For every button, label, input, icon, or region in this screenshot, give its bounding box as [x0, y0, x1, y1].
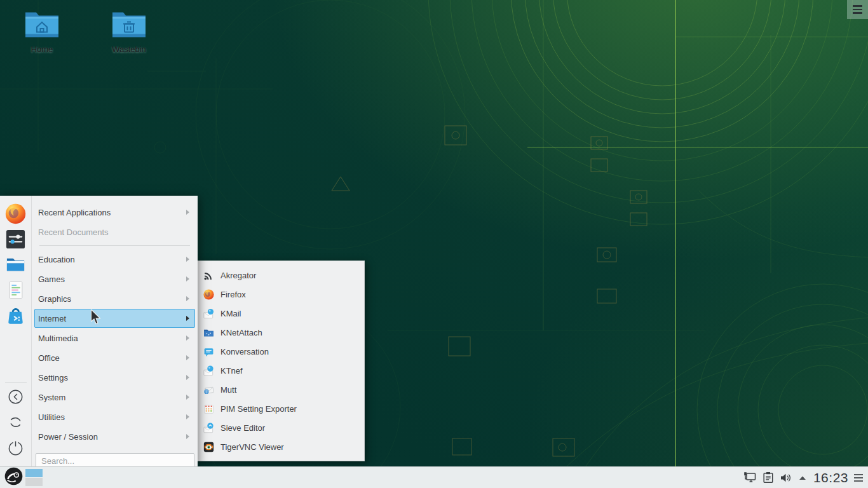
- menu-separator: [39, 245, 190, 246]
- clipboard-icon[interactable]: [763, 471, 774, 484]
- expand-tray-icon[interactable]: [798, 475, 807, 481]
- menu-category-label: Power / Session: [38, 432, 186, 442]
- application-launcher-menu: Recent Applications Recent Documents Edu…: [0, 196, 198, 466]
- submenu-item-pim-setting-exporter[interactable]: PIM Setting Exporter: [196, 399, 364, 418]
- leave-button[interactable]: [7, 389, 25, 407]
- submenu-item-label: Konversation: [220, 347, 269, 356]
- submenu-item-label: Akregator: [220, 271, 256, 280]
- submenu-arrow-icon: [186, 294, 190, 304]
- menu-category-system[interactable]: System: [34, 388, 195, 407]
- launcher-sidebar: [0, 196, 32, 466]
- submenu-item-konversation[interactable]: Konversation: [196, 342, 364, 361]
- favorite-discover-button[interactable]: [5, 306, 27, 327]
- menu-item-label: Recent Applications: [38, 208, 186, 217]
- desktop-icon-label: Wastebin: [101, 44, 157, 54]
- favorite-system-settings-button[interactable]: [5, 229, 27, 251]
- menu-category-label: System: [38, 393, 186, 402]
- menu-category-label: Games: [38, 274, 186, 284]
- submenu-arrow-icon: [186, 314, 190, 323]
- menu-category-label: Office: [38, 353, 186, 363]
- submenu-arrow-icon: [186, 255, 190, 264]
- favorite-file-manager-button[interactable]: [5, 255, 27, 276]
- mouse-cursor: [90, 309, 102, 329]
- kmail-icon: [203, 308, 214, 319]
- document-icon: [6, 280, 26, 303]
- submenu-item-akregator[interactable]: Akregator: [196, 266, 364, 285]
- menu-item-recent-applications[interactable]: Recent Applications: [34, 203, 195, 222]
- system-settings-icon: [5, 229, 26, 252]
- submenu-item-firefox[interactable]: Firefox: [196, 285, 364, 304]
- clock[interactable]: 16:23: [813, 470, 848, 485]
- menu-category-label: Settings: [38, 373, 186, 383]
- desktop-icon-home[interactable]: Home: [14, 9, 70, 54]
- restart-button[interactable]: [7, 414, 25, 432]
- submenu-item-label: Sieve Editor: [220, 423, 265, 433]
- menu-item-label: Recent Documents: [38, 227, 190, 237]
- sidebar-separator: [5, 382, 27, 383]
- system-tray: [743, 471, 807, 484]
- pager-desktop-2[interactable]: [25, 478, 43, 486]
- virtual-desktop-pager[interactable]: [25, 469, 43, 486]
- favorite-text-editor-button[interactable]: [5, 280, 27, 302]
- panel-menu-icon[interactable]: [854, 474, 863, 482]
- taskbar: 16:23: [0, 466, 868, 488]
- submenu-item-label: KNetAttach: [220, 328, 262, 337]
- submenu-item-label: KMail: [220, 309, 241, 318]
- desktop-icon-wastebin[interactable]: Wastebin: [101, 9, 157, 54]
- submenu-arrow-icon: [186, 393, 190, 402]
- mutt-icon: [203, 384, 214, 395]
- chat-bubble-icon: [203, 346, 214, 357]
- network-folder-icon: [203, 327, 214, 338]
- menu-category-label: Internet: [38, 314, 186, 323]
- desktop-toolbox-button[interactable]: [847, 0, 868, 19]
- tigervnc-icon: [203, 442, 214, 452]
- submenu-arrow-icon: [186, 274, 190, 284]
- menu-category-power-session[interactable]: Power / Session: [34, 427, 195, 446]
- menu-category-label: Utilities: [38, 412, 186, 422]
- submenu-item-label: Mutt: [220, 385, 236, 395]
- submenu-item-label: TigerVNC Viewer: [220, 442, 284, 452]
- submenu-item-sieve-editor[interactable]: Sieve Editor: [196, 418, 364, 437]
- volume-icon[interactable]: [780, 472, 792, 484]
- menu-category-graphics[interactable]: Graphics: [34, 289, 195, 308]
- submenu-item-knetattach[interactable]: KNetAttach: [196, 323, 364, 342]
- internet-submenu: Akregator Firefox: [196, 261, 365, 461]
- submenu-arrow-icon: [186, 373, 190, 383]
- menu-category-education[interactable]: Education: [34, 250, 195, 269]
- application-launcher-button[interactable]: [4, 468, 23, 487]
- opensuse-logo-icon: [4, 467, 23, 488]
- discover-icon: [5, 305, 26, 329]
- sieve-editor-icon: [203, 423, 214, 433]
- firefox-icon: [5, 203, 26, 227]
- menu-category-games[interactable]: Games: [34, 269, 195, 288]
- submenu-item-ktnef[interactable]: KTnef: [196, 361, 364, 380]
- hamburger-icon: [853, 5, 862, 13]
- menu-item-recent-documents: Recent Documents: [34, 222, 195, 241]
- restart-icon: [7, 414, 24, 433]
- shutdown-button[interactable]: [7, 440, 25, 458]
- menu-category-label: Multimedia: [38, 334, 186, 343]
- ktnef-icon: [203, 365, 214, 376]
- wastebin-folder-icon: [111, 30, 147, 41]
- menu-category-office[interactable]: Office: [34, 348, 195, 367]
- favorite-firefox-button[interactable]: [5, 204, 27, 226]
- desktop-icon-label: Home: [14, 44, 70, 54]
- folder-icon: [5, 254, 26, 278]
- calendar-export-icon: [203, 403, 214, 414]
- submenu-item-mutt[interactable]: Mutt: [196, 380, 364, 399]
- network-icon[interactable]: [743, 471, 757, 484]
- menu-category-settings[interactable]: Settings: [34, 368, 195, 387]
- submenu-item-label: Firefox: [220, 290, 246, 299]
- menu-category-label: Education: [38, 255, 186, 264]
- home-folder-icon: [24, 30, 60, 41]
- submenu-item-tigervnc-viewer[interactable]: TigerVNC Viewer: [196, 437, 364, 456]
- submenu-item-kmail[interactable]: KMail: [196, 304, 364, 323]
- menu-category-multimedia[interactable]: Multimedia: [34, 329, 195, 348]
- pager-desktop-1[interactable]: [25, 469, 43, 477]
- menu-category-internet[interactable]: Internet: [34, 309, 195, 328]
- submenu-arrow-icon: [186, 334, 190, 343]
- launcher-menu-list: Recent Applications Recent Documents Edu…: [32, 196, 198, 466]
- submenu-item-label: KTnef: [220, 366, 243, 376]
- menu-category-utilities[interactable]: Utilities: [34, 407, 195, 426]
- submenu-arrow-icon: [186, 412, 190, 422]
